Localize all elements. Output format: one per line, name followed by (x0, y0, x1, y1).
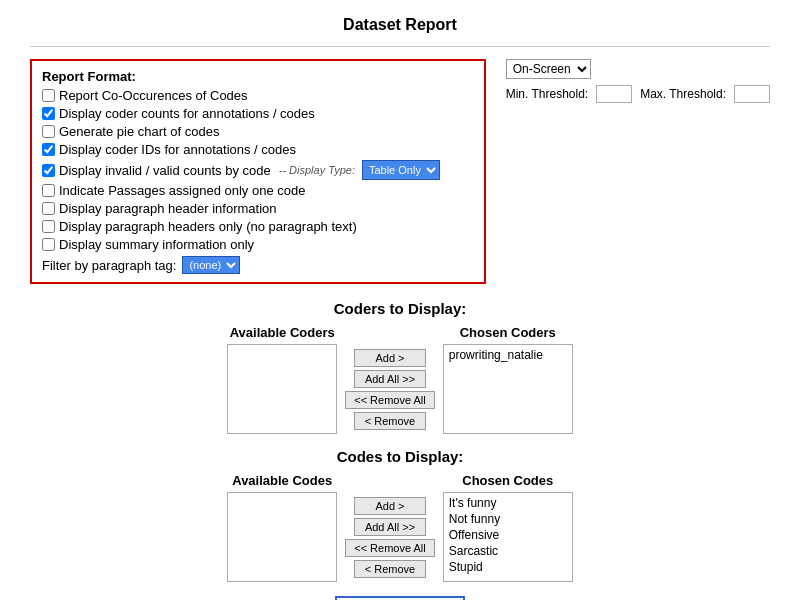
codes-remove-button[interactable]: < Remove (354, 560, 426, 578)
chosen-coder-item: prowriting_natalie (446, 347, 570, 363)
min-threshold-input[interactable] (596, 85, 632, 103)
codes-add-all-button[interactable]: Add All >> (354, 518, 426, 536)
min-threshold-label: Min. Threshold: (506, 87, 588, 101)
checkbox-display-paragraph-header[interactable] (42, 202, 55, 215)
chosen-code-item-4: Sarcastic (446, 543, 570, 559)
chosen-codes-label: Chosen Codes (462, 473, 553, 488)
right-options: On-Screen Min. Threshold: Max. Threshold… (506, 59, 770, 284)
coders-add-all-button[interactable]: Add All >> (354, 370, 426, 388)
chosen-coders-label: Chosen Coders (460, 325, 556, 340)
checkbox-row-6: Indicate Passages assigned only one code (42, 183, 474, 198)
coders-add-button[interactable]: Add > (354, 349, 426, 367)
checkbox-row-1: Report Co-Occurences of Codes (42, 88, 474, 103)
checkbox-label-1: Report Co-Occurences of Codes (59, 88, 248, 103)
codes-section: Available Codes Add > Add All >> << Remo… (30, 473, 770, 582)
available-coders-list (227, 344, 337, 434)
available-codes-label: Available Codes (232, 473, 332, 488)
available-coders-col: Available Coders (227, 325, 337, 434)
filter-select[interactable]: (none) (182, 256, 240, 274)
generate-report-button[interactable]: Generate Report (335, 596, 464, 600)
page-title: Dataset Report (30, 16, 770, 34)
coders-transfer-panel: Available Coders Add > Add All >> << Rem… (227, 325, 573, 434)
chosen-codes-col: Chosen Codes It's funny Not funny Offens… (443, 473, 573, 582)
checkbox-display-coder-counts[interactable] (42, 107, 55, 120)
chosen-code-item-5: Stupid (446, 559, 570, 575)
checkbox-row-8: Display paragraph headers only (no parag… (42, 219, 474, 234)
display-type-prefix: -- Display Type: (279, 164, 355, 176)
filter-label: Filter by paragraph tag: (42, 258, 176, 273)
checkbox-label-4: Display coder IDs for annotations / code… (59, 142, 296, 157)
chosen-coders-col: Chosen Coders prowriting_natalie (443, 325, 573, 434)
checkbox-row-5: Display invalid / valid counts by code -… (42, 160, 474, 180)
checkbox-label-2: Display coder counts for annotations / c… (59, 106, 315, 121)
checkbox-display-coder-ids[interactable] (42, 143, 55, 156)
checkbox-indicate-passages[interactable] (42, 184, 55, 197)
max-threshold-input[interactable] (734, 85, 770, 103)
generate-row: Generate Report (30, 596, 770, 600)
available-codes-list (227, 492, 337, 582)
report-format-box: Report Format: Report Co-Occurences of C… (30, 59, 486, 284)
checkbox-row-9: Display summary information only (42, 237, 474, 252)
chosen-code-item-3: Offensive (446, 527, 570, 543)
codes-remove-all-button[interactable]: << Remove All (345, 539, 435, 557)
chosen-codes-list: It's funny Not funny Offensive Sarcastic… (443, 492, 573, 582)
filter-row: Filter by paragraph tag: (none) (42, 256, 474, 274)
checkbox-generate-pie-chart[interactable] (42, 125, 55, 138)
display-type-select[interactable]: Table Only (362, 160, 440, 180)
checkbox-label-9: Display summary information only (59, 237, 254, 252)
coders-heading: Coders to Display: (30, 300, 770, 317)
coders-section: Available Coders Add > Add All >> << Rem… (30, 325, 770, 434)
checkbox-label-3: Generate pie chart of codes (59, 124, 219, 139)
coders-remove-all-button[interactable]: << Remove All (345, 391, 435, 409)
checkbox-display-summary[interactable] (42, 238, 55, 251)
checkbox-label-6: Indicate Passages assigned only one code (59, 183, 305, 198)
coders-btn-group: Add > Add All >> << Remove All < Remove (345, 349, 435, 430)
chosen-code-item-1: It's funny (446, 495, 570, 511)
checkbox-report-co-occurences[interactable] (42, 89, 55, 102)
coders-remove-button[interactable]: < Remove (354, 412, 426, 430)
checkbox-row-2: Display coder counts for annotations / c… (42, 106, 474, 121)
chosen-coders-list: prowriting_natalie (443, 344, 573, 434)
codes-add-button[interactable]: Add > (354, 497, 426, 515)
checkbox-row-7: Display paragraph header information (42, 201, 474, 216)
checkbox-row-3: Generate pie chart of codes (42, 124, 474, 139)
checkbox-display-paragraph-headers-only[interactable] (42, 220, 55, 233)
codes-heading: Codes to Display: (30, 448, 770, 465)
checkbox-display-invalid-valid[interactable] (42, 164, 55, 177)
available-codes-col: Available Codes (227, 473, 337, 582)
threshold-row: Min. Threshold: Max. Threshold: (506, 85, 770, 103)
checkbox-label-8: Display paragraph headers only (no parag… (59, 219, 357, 234)
checkbox-label-5: Display invalid / valid counts by code (59, 163, 271, 178)
checkbox-row-4: Display coder IDs for annotations / code… (42, 142, 474, 157)
max-threshold-label: Max. Threshold: (640, 87, 726, 101)
available-coders-label: Available Coders (230, 325, 335, 340)
checkbox-label-7: Display paragraph header information (59, 201, 277, 216)
on-screen-select[interactable]: On-Screen (506, 59, 591, 79)
chosen-code-item-2: Not funny (446, 511, 570, 527)
codes-btn-group: Add > Add All >> << Remove All < Remove (345, 497, 435, 578)
on-screen-row: On-Screen (506, 59, 770, 79)
codes-transfer-panel: Available Codes Add > Add All >> << Remo… (227, 473, 573, 582)
report-format-label: Report Format: (42, 69, 474, 84)
